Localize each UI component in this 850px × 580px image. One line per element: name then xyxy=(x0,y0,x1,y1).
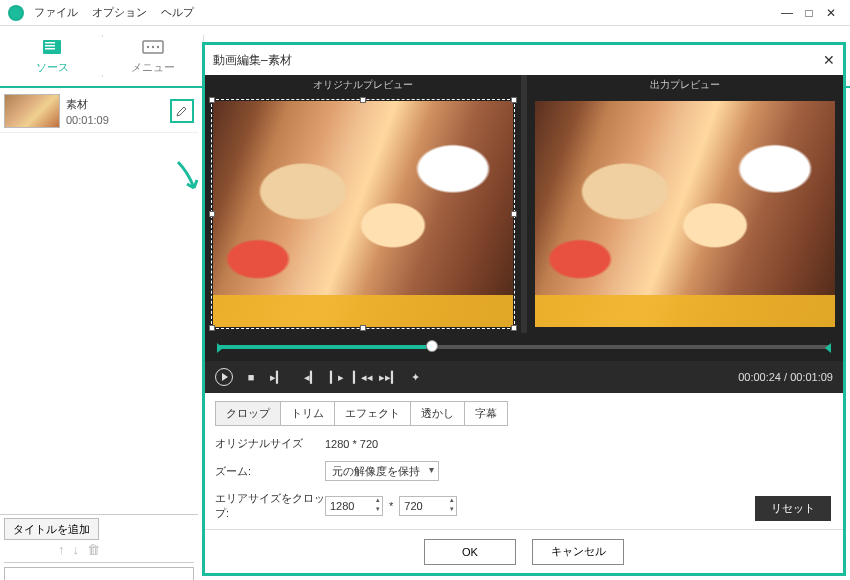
bottom-tools: ↑ ↓ 🗑 xyxy=(58,542,100,557)
svg-rect-1 xyxy=(45,42,55,44)
svg-point-5 xyxy=(147,46,149,48)
timeline-track[interactable] xyxy=(217,345,831,349)
svg-point-6 xyxy=(152,46,154,48)
timeline-out-marker[interactable] xyxy=(825,343,831,353)
clip-thumbnail xyxy=(4,94,60,128)
bottom-text-input[interactable] xyxy=(4,567,194,580)
sidebar: 素材 00:01:09 xyxy=(0,90,198,514)
skip-fwd-button[interactable]: ▸▸▎ xyxy=(379,371,399,384)
tab-menu-label: メニュー xyxy=(131,60,175,75)
window-maximize[interactable]: □ xyxy=(798,6,820,20)
settings-tab-subtitle[interactable]: 字幕 xyxy=(465,402,507,425)
add-title-button[interactable]: タイトルを追加 xyxy=(4,518,99,540)
move-up-icon[interactable]: ↑ xyxy=(58,542,65,557)
trash-icon[interactable]: 🗑 xyxy=(87,542,100,557)
titlebar: ファイル オプション ヘルプ — □ ✕ xyxy=(0,0,850,26)
window-minimize[interactable]: — xyxy=(776,6,798,20)
source-icon xyxy=(40,37,64,57)
bottom-panel: タイトルを追加 ↑ ↓ 🗑 xyxy=(0,514,198,560)
clip-info: 素材 00:01:09 xyxy=(66,97,170,126)
dialog-footer: OK キャンセル xyxy=(205,529,843,573)
menu-icon xyxy=(141,37,165,57)
reset-button[interactable]: リセット xyxy=(755,496,831,521)
original-preview[interactable] xyxy=(213,101,513,327)
svg-point-7 xyxy=(157,46,159,48)
cancel-button[interactable]: キャンセル xyxy=(532,539,624,565)
svg-rect-2 xyxy=(45,45,55,47)
settings-panel: クロップ トリム エフェクト 透かし 字幕 オリジナルサイズ 1280 * 72… xyxy=(205,393,843,529)
settings-tabs: クロップ トリム エフェクト 透かし 字幕 xyxy=(215,401,508,426)
menu-file[interactable]: ファイル xyxy=(34,5,78,20)
move-down-icon[interactable]: ↓ xyxy=(73,542,80,557)
play-button[interactable] xyxy=(215,368,233,386)
pencil-icon xyxy=(176,105,188,117)
tab-source-label: ソース xyxy=(36,60,69,75)
crop-height-input[interactable]: 720 xyxy=(399,496,457,516)
crop-width-input[interactable]: 1280 xyxy=(325,496,383,516)
timeline-playhead[interactable] xyxy=(426,340,438,352)
playback-controls: ■ ▸▎ ◂▎ ▎▸ ▎◂◂ ▸▸▎ ✦ 00:00:24 / 00:01:09 xyxy=(205,361,843,393)
step-frame-button[interactable]: ▸▎ xyxy=(267,371,287,384)
settings-tab-crop[interactable]: クロップ xyxy=(216,402,281,425)
settings-tab-watermark[interactable]: 透かし xyxy=(411,402,465,425)
dialog-title: 動画編集–素材 xyxy=(213,52,292,69)
crop-selection[interactable] xyxy=(211,99,515,329)
output-preview xyxy=(535,101,835,327)
prev-mark-button[interactable]: ◂▎ xyxy=(301,371,321,384)
timeline[interactable] xyxy=(205,333,843,361)
clip-item[interactable]: 素材 00:01:09 xyxy=(0,90,198,133)
edit-clip-button[interactable] xyxy=(170,99,194,123)
preview-area: オリジナルプレビュー 出力プレビュー xyxy=(205,75,843,333)
skip-back-button[interactable]: ▎◂◂ xyxy=(353,371,373,384)
original-size-value: 1280 * 720 xyxy=(325,438,378,450)
svg-rect-3 xyxy=(45,48,55,50)
original-preview-label: オリジナルプレビュー xyxy=(205,75,521,95)
timeline-range xyxy=(217,345,426,349)
crop-area-label: エリアサイズをクロップ: xyxy=(215,491,325,521)
dialog-header: 動画編集–素材 ✕ xyxy=(205,45,843,75)
next-mark-button[interactable]: ▎▸ xyxy=(327,371,347,384)
settings-tab-trim[interactable]: トリム xyxy=(281,402,335,425)
window-close[interactable]: ✕ xyxy=(820,6,842,20)
tab-source[interactable]: ソース xyxy=(8,31,96,81)
clip-duration: 00:01:09 xyxy=(66,114,170,126)
menu-help[interactable]: ヘルプ xyxy=(161,5,194,20)
tab-menu[interactable]: メニュー xyxy=(109,31,197,81)
settings-tab-effect[interactable]: エフェクト xyxy=(335,402,411,425)
dialog-close-button[interactable]: ✕ xyxy=(823,52,835,68)
zoom-select[interactable]: 元の解像度を保持 xyxy=(325,461,439,481)
time-display: 00:00:24 / 00:01:09 xyxy=(738,371,833,383)
original-size-label: オリジナルサイズ xyxy=(215,436,325,451)
menu-options[interactable]: オプション xyxy=(92,5,147,20)
clip-name: 素材 xyxy=(66,97,170,112)
ok-button[interactable]: OK xyxy=(424,539,516,565)
time-current: 00:00:24 xyxy=(738,371,781,383)
video-edit-dialog: 動画編集–素材 ✕ オリジナルプレビュー 出力プレビュー xyxy=(202,42,846,576)
output-preview-label: 出力プレビュー xyxy=(527,75,843,95)
time-total: 00:01:09 xyxy=(790,371,833,383)
app-logo xyxy=(8,5,24,21)
zoom-label: ズーム: xyxy=(215,464,325,479)
stop-button[interactable]: ■ xyxy=(241,371,261,383)
center-button[interactable]: ✦ xyxy=(405,371,425,384)
